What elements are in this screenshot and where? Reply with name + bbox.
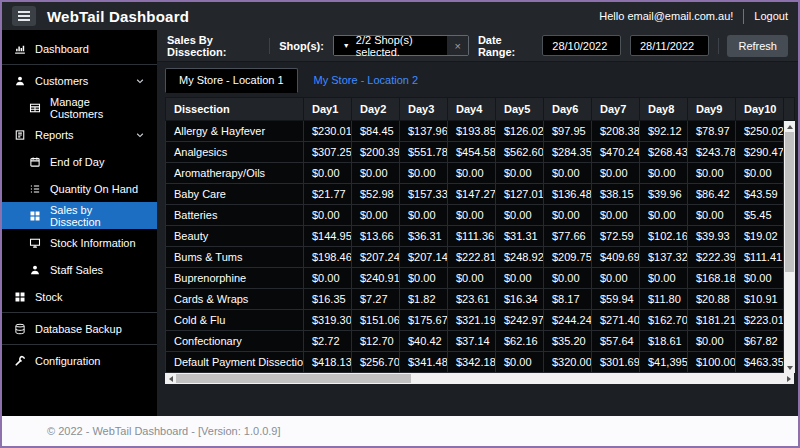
table-header-row: DissectionDay1Day2Day3Day4Day5Day6Day7Da… — [166, 98, 784, 121]
tab-my-store-location-2[interactable]: My Store - Location 2 — [300, 68, 433, 93]
value-cell: $181.21 — [688, 310, 736, 331]
value-cell: $37.14 — [448, 331, 496, 352]
table-row-beauty[interactable]: Beauty$144.95$13.66$36.31$111.36$31.31$7… — [166, 226, 784, 247]
value-cell: $243.78 — [688, 142, 736, 163]
value-cell: $0.00 — [544, 163, 592, 184]
horizontal-scrollbar — [165, 373, 794, 384]
value-cell: $0.00 — [448, 268, 496, 289]
column-header-day10: Day10 — [736, 98, 784, 121]
sidebar-item-label: Configuration — [35, 355, 100, 367]
sidebar-item-label: Stock Information — [50, 237, 136, 249]
sidebar-item-quantity-on-hand[interactable]: Quantity On Hand — [2, 175, 157, 202]
value-cell: $0.00 — [400, 205, 448, 226]
dissection-cell: Default Payment Dissection — [166, 352, 304, 373]
table-row-analgesics[interactable]: Analgesics$307.25$200.39$551.78$454.58$5… — [166, 142, 784, 163]
value-cell: $136.48 — [544, 184, 592, 205]
scroll-right-button[interactable] — [783, 373, 794, 384]
shops-multiselect[interactable]: ▼ 2/2 Shop(s) selected. × — [333, 35, 469, 56]
value-cell: $0.00 — [304, 268, 352, 289]
vertical-scroll-thumb[interactable] — [785, 132, 794, 272]
caret-down-icon: ▼ — [343, 42, 350, 49]
scroll-down-button[interactable] — [784, 362, 795, 373]
user-icon — [29, 264, 41, 276]
shops-clear-button[interactable]: × — [447, 36, 467, 55]
sidebar-item-manage-customers[interactable]: Manage Customers — [2, 94, 157, 121]
dissection-cell: Baby Care — [166, 184, 304, 205]
hamburger-icon — [18, 11, 30, 21]
value-cell: $341.48 — [400, 352, 448, 373]
top-navbar: WebTail Dashboard Hello email@email.com.… — [2, 2, 798, 30]
table-row-default-payment-dissection[interactable]: Default Payment Dissection$418.13$256.70… — [166, 352, 784, 373]
table-row-allergy-hayfever[interactable]: Allergy & Hayfever$230.01$84.45$137.96$1… — [166, 121, 784, 142]
page-footer: © 2022 - WebTail Dashboard - [Version: 1… — [2, 416, 798, 446]
sidebar-item-reports[interactable]: Reports — [2, 121, 157, 148]
value-cell: $409.69 — [592, 247, 640, 268]
dissection-cell: Cards & Wraps — [166, 289, 304, 310]
value-cell: $0.00 — [640, 205, 688, 226]
table-row-aromatherapy-oils[interactable]: Aromatherapy/Oils$0.00$0.00$0.00$0.00$0.… — [166, 163, 784, 184]
value-cell: $86.42 — [688, 184, 736, 205]
value-cell: $23.61 — [448, 289, 496, 310]
value-cell: $0.00 — [400, 163, 448, 184]
table-row-bums-tums[interactable]: Bums & Tums$198.46$207.24$207.14$222.81$… — [166, 247, 784, 268]
value-cell: $418.13 — [304, 352, 352, 373]
arrow-up-icon — [787, 125, 793, 129]
value-cell: $0.00 — [736, 268, 784, 289]
table-row-baby-care[interactable]: Baby Care$21.77$52.98$157.33$147.27$127.… — [166, 184, 784, 205]
value-cell: $209.75 — [544, 247, 592, 268]
sidebar-item-stock[interactable]: Stock — [2, 283, 157, 310]
menu-toggle-button[interactable] — [12, 6, 36, 26]
list-icon — [29, 183, 41, 195]
column-header-day2: Day2 — [352, 98, 400, 121]
sidebar-divider — [2, 312, 157, 313]
logout-link[interactable]: Logout — [754, 10, 788, 22]
value-cell: $31.31 — [496, 226, 544, 247]
value-cell: $0.00 — [448, 163, 496, 184]
page-title: Sales By Dissection: — [167, 34, 260, 58]
table-row-cards-wraps[interactable]: Cards & Wraps$16.35$7.27$1.82$23.61$16.3… — [166, 289, 784, 310]
sidebar-item-staff-sales[interactable]: Staff Sales — [2, 256, 157, 283]
table-row-confectionary[interactable]: Confectionary$2.72$12.70$40.42$37.14$62.… — [166, 331, 784, 352]
sidebar-item-customers[interactable]: Customers — [2, 67, 157, 94]
column-header-day5: Day5 — [496, 98, 544, 121]
sidebar-item-label: End of Day — [50, 156, 104, 168]
value-cell: $222.81 — [448, 247, 496, 268]
value-cell: $52.98 — [352, 184, 400, 205]
value-cell: $19.02 — [736, 226, 784, 247]
value-cell: $62.16 — [496, 331, 544, 352]
date-to-input[interactable]: 28/11/2022 — [630, 35, 709, 56]
value-cell: $16.34 — [496, 289, 544, 310]
sidebar-item-stock-information[interactable]: Stock Information — [2, 229, 157, 256]
refresh-button[interactable]: Refresh — [727, 35, 788, 57]
value-cell: $127.01 — [496, 184, 544, 205]
table-row-buprenorphine[interactable]: Buprenorphine$0.00$240.91$0.00$0.00$0.00… — [166, 268, 784, 289]
sidebar-item-configuration[interactable]: Configuration — [2, 347, 157, 374]
value-cell: $20.88 — [688, 289, 736, 310]
horizontal-scroll-thumb[interactable] — [176, 374, 411, 383]
value-cell: $10.91 — [736, 289, 784, 310]
tab-my-store-location-1[interactable]: My Store - Location 1 — [165, 68, 298, 93]
value-cell: $111.41 — [736, 247, 784, 268]
scroll-left-button[interactable] — [165, 373, 176, 384]
sidebar-item-dashboard[interactable]: Dashboard — [2, 35, 157, 62]
grid-icon — [29, 210, 41, 222]
sidebar-item-label: Staff Sales — [50, 264, 103, 276]
scroll-up-button[interactable] — [784, 121, 795, 132]
scrollbar-header-spacer — [784, 97, 795, 121]
value-cell: $11.80 — [640, 289, 688, 310]
wrench-icon — [14, 355, 26, 367]
value-cell: $321.19 — [448, 310, 496, 331]
sidebar-item-database-backup[interactable]: Database Backup — [2, 315, 157, 342]
table-row-batteries[interactable]: Batteries$0.00$0.00$0.00$0.00$0.00$0.00$… — [166, 205, 784, 226]
column-header-day9: Day9 — [688, 98, 736, 121]
value-cell: $0.00 — [592, 268, 640, 289]
value-cell: $0.00 — [496, 205, 544, 226]
sidebar-item-end-of-day[interactable]: End of Day — [2, 148, 157, 175]
table-row-cold-flu[interactable]: Cold & Flu$319.30$151.06$175.67$321.19$2… — [166, 310, 784, 331]
column-header-day7: Day7 — [592, 98, 640, 121]
sidebar-item-sales-by-dissection[interactable]: Sales by Dissection — [2, 202, 157, 229]
dissection-cell: Beauty — [166, 226, 304, 247]
value-cell: $301.69 — [592, 352, 640, 373]
value-cell: $0.00 — [544, 205, 592, 226]
date-from-input[interactable]: 28/10/2022 — [542, 35, 621, 56]
